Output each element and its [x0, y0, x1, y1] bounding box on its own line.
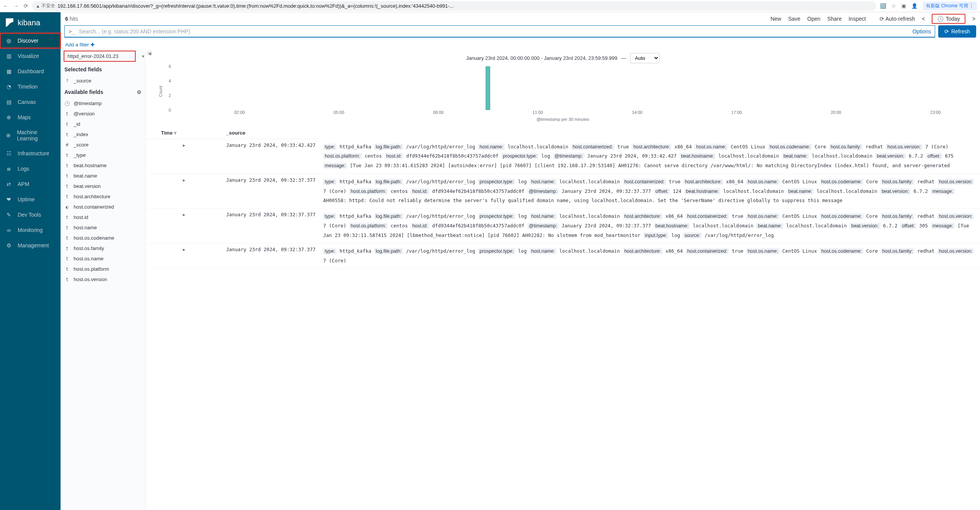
- sidenav-item-visualize[interactable]: ▥Visualize: [0, 48, 61, 64]
- sidenav-item-machine-learning[interactable]: ⊗Machine Learning: [0, 125, 61, 146]
- sidenav-item-maps[interactable]: ⊕Maps: [0, 110, 61, 125]
- compass-icon: ◎: [5, 37, 12, 44]
- y-axis-label: Count: [158, 86, 163, 97]
- field-_source[interactable]: ?_source: [61, 76, 145, 86]
- field-beat.name[interactable]: tbeat.name: [61, 171, 145, 181]
- search-box[interactable]: >_ Options: [64, 25, 935, 38]
- chrome-update-badge[interactable]: 有新版 Chrome 可用 ⋮: [923, 2, 977, 10]
- field-_index[interactable]: t_index: [61, 129, 145, 140]
- profile-icon[interactable]: 👤: [911, 3, 918, 9]
- sidenav-item-timelion[interactable]: ◔Timelion: [0, 79, 61, 94]
- time-next-icon[interactable]: >: [972, 16, 975, 22]
- extension-icon[interactable]: ▣: [901, 3, 906, 9]
- options-link[interactable]: Options: [913, 28, 931, 35]
- time-prev-icon[interactable]: <: [922, 16, 925, 22]
- sidenav-item-discover[interactable]: ◎Discover: [0, 33, 61, 48]
- field-host.id[interactable]: thost.id: [61, 212, 145, 222]
- sidenav-item-logs[interactable]: ≣Logs: [0, 161, 61, 176]
- time-picker-button[interactable]: 🕒 Today: [932, 14, 965, 24]
- field-key: host.containerized:: [571, 144, 614, 150]
- field-host.os.codename[interactable]: thost.os.codename: [61, 233, 145, 243]
- field-beat.hostname[interactable]: tbeat.hostname: [61, 160, 145, 171]
- sidenav-item-monitoring[interactable]: ⌯Monitoring: [0, 222, 61, 238]
- field-key: beat.hostname:: [680, 153, 716, 159]
- table-row: ▸January 23rd 2024, 09:33:42.427type: ht…: [146, 139, 980, 174]
- sidenav-item-dashboard[interactable]: ▦Dashboard: [0, 64, 61, 79]
- field-host.os.platform[interactable]: thost.os.platform: [61, 264, 145, 274]
- field-_score[interactable]: #_score: [61, 140, 145, 150]
- field-key: beat.name:: [756, 223, 783, 229]
- new-button[interactable]: New: [770, 16, 781, 22]
- refresh-button[interactable]: ⟳ Refresh: [938, 25, 976, 38]
- open-button[interactable]: Open: [807, 16, 820, 22]
- translate-icon[interactable]: 🔠: [880, 3, 886, 9]
- doc-time: January 23rd 2024, 09:32:37.377: [222, 174, 319, 208]
- sidenav-item-dev-tools[interactable]: ✎Dev Tools: [0, 207, 61, 222]
- star-icon[interactable]: ☆: [891, 3, 896, 9]
- sidenav-item-apm[interactable]: ⇄APM: [0, 176, 61, 192]
- index-pattern-select[interactable]: httpd_error-2024.01.23: [64, 51, 136, 62]
- field-@timestamp[interactable]: 🕒@timestamp: [61, 98, 145, 109]
- field-beat.version[interactable]: tbeat.version: [61, 181, 145, 191]
- field-host.containerized[interactable]: ◐host.containerized: [61, 202, 145, 212]
- monitor-icon: ⌯: [5, 227, 12, 234]
- reload-icon[interactable]: ⟳: [24, 3, 28, 9]
- field-type-icon: t: [64, 173, 70, 179]
- field-host.os.version[interactable]: thost.os.version: [61, 274, 145, 285]
- field-key: type:: [323, 248, 337, 254]
- table-row: ▸January 23rd 2024, 09:32:37.377type: ht…: [146, 174, 980, 208]
- field-_id[interactable]: t_id: [61, 119, 145, 129]
- timelion-icon: ◔: [5, 83, 12, 90]
- sidenav-item-uptime[interactable]: ❤Uptime: [0, 192, 61, 207]
- field-host.architecture[interactable]: thost.architecture: [61, 191, 145, 202]
- field-type-icon: t: [64, 225, 70, 230]
- field-key: host.id:: [411, 188, 429, 194]
- field-type-icon: t: [64, 246, 70, 251]
- forward-icon[interactable]: →: [13, 3, 18, 9]
- omnibox[interactable]: ▲ 不安全: [32, 1, 876, 11]
- share-button[interactable]: Share: [827, 16, 842, 22]
- field-key: @timestamp:: [527, 223, 559, 229]
- field-key: host.id:: [385, 153, 403, 159]
- inspect-button[interactable]: Inspect: [849, 16, 866, 22]
- field-key: host.id:: [411, 223, 429, 229]
- add-filter-button[interactable]: Add a filter ✚: [65, 42, 95, 48]
- auto-refresh-button[interactable]: ⟳ Auto-refresh: [880, 16, 915, 22]
- chevron-down-icon[interactable]: ▼: [141, 54, 145, 59]
- back-icon[interactable]: ←: [3, 3, 8, 9]
- field-key: beat.version:: [880, 188, 911, 194]
- field-key: host.os.name:: [746, 248, 780, 254]
- sidenav-item-infrastructure[interactable]: ☷Infrastructure: [0, 146, 61, 161]
- field-host.os.name[interactable]: thost.os.name: [61, 253, 145, 264]
- doc-source: type: httpd_kafka log.file.path: /var/lo…: [319, 243, 980, 269]
- expand-icon[interactable]: ▸: [146, 139, 222, 174]
- field-host.name[interactable]: thost.name: [61, 222, 145, 233]
- histogram-bar[interactable]: [486, 66, 490, 110]
- browser-chrome: ← → ⟳ ▲ 不安全 🔠 ☆ ▣ 👤 有新版 Chrome 可用 ⋮: [0, 0, 980, 12]
- search-input[interactable]: [79, 28, 909, 35]
- sidenav-item-management[interactable]: ⚙Management: [0, 238, 61, 253]
- field-@version[interactable]: t@version: [61, 109, 145, 119]
- logo[interactable]: kibana: [0, 12, 61, 33]
- interval-select[interactable]: Auto: [630, 53, 660, 63]
- sidenav-item-canvas[interactable]: ▤Canvas: [0, 94, 61, 110]
- field-key: beat.hostname:: [654, 223, 690, 229]
- gear-icon[interactable]: ⚙: [137, 89, 141, 95]
- field-_type[interactable]: t_type: [61, 150, 145, 160]
- field-key: host.name:: [478, 144, 505, 150]
- expand-icon[interactable]: ▸: [146, 243, 222, 269]
- expand-icon[interactable]: ▸: [146, 174, 222, 208]
- column-time[interactable]: Time ▾: [146, 127, 222, 139]
- field-type-icon: t: [64, 256, 70, 262]
- save-button[interactable]: Save: [788, 16, 800, 22]
- insecure-icon: ▲ 不安全: [36, 3, 55, 9]
- field-key: host.os.name:: [694, 144, 728, 150]
- doc-source: type: httpd_kafka log.file.path: /var/lo…: [319, 209, 980, 243]
- field-type-icon: t: [64, 153, 70, 158]
- expand-icon[interactable]: ▸: [146, 209, 222, 243]
- collapse-panel-icon[interactable]: ◀: [146, 50, 153, 56]
- histogram-chart[interactable]: Count 0246 02:0005:0008:0011:0014:0017:0…: [165, 66, 969, 116]
- column-source[interactable]: _source: [222, 127, 319, 139]
- url-input[interactable]: [57, 3, 872, 9]
- field-host.os.family[interactable]: thost.os.family: [61, 243, 145, 253]
